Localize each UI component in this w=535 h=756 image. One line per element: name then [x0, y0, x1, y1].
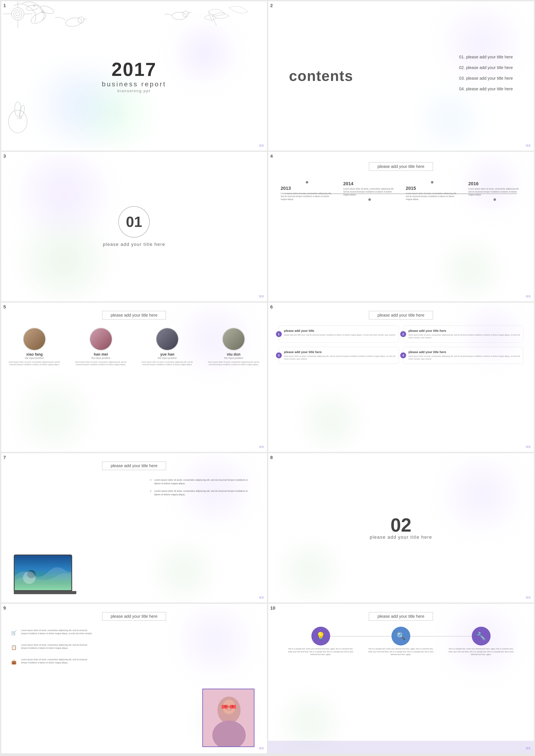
watermark: 道道 — [259, 295, 264, 298]
person-role-2: the input position — [71, 357, 130, 359]
card-grid: 1 please add your title please add your … — [279, 325, 523, 364]
person-desc-4: lorem ipsum dolor sit amet, consectetur … — [204, 361, 263, 366]
svg-point-0 — [12, 8, 24, 20]
watermark: 道道 — [259, 144, 264, 148]
person-role-4: the input position — [204, 357, 263, 359]
year-label: 2013 — [281, 185, 334, 191]
contents-item-2: 02. please add your title here — [459, 65, 513, 70]
svg-point-7 — [29, 10, 48, 26]
person-desc-2: lorem ipsum dolor sit amet, consectetur … — [71, 361, 130, 366]
card-1: 1 please add your title please add your … — [279, 325, 399, 343]
icons-row: 💡 this is a sample text, insert your des… — [281, 627, 521, 656]
photo-image — [203, 689, 254, 746]
card-number-1: 1 — [276, 331, 282, 337]
svg-point-15 — [15, 102, 21, 116]
person-desc-1: lorem ipsum dolor sit amet, consectetur … — [5, 361, 64, 366]
slide-number: 10 — [270, 605, 275, 611]
avatar-image-1 — [24, 328, 45, 350]
slide5-title: please add your title here — [102, 311, 166, 320]
timeline-dot — [368, 198, 371, 201]
svg-point-17 — [19, 116, 21, 119]
contents-item-1-text: 01. please add your title here — [459, 55, 513, 59]
laptop-base — [14, 591, 76, 594]
slide-9: please add your title here 🛒 Lorem ipsum… — [1, 604, 267, 753]
year-text: Lorem ipsum dolor sit amet, consectetur … — [343, 187, 396, 196]
person-role-1: the input position — [5, 357, 64, 359]
slide6-title: please add your title here — [369, 311, 433, 320]
contents-item-4-text: 04. please add your title here — [459, 87, 513, 91]
contents-item-4: 04. please add your title here — [459, 87, 513, 91]
slide9-title: please add your title here — [102, 612, 166, 621]
slide-number: 6 — [270, 304, 273, 310]
slide-6: please add your title here 1 please add … — [268, 303, 534, 452]
person-svg — [203, 689, 254, 747]
year-label: 2016 — [468, 181, 521, 186]
slide-1: 2017 business report bianselong.ppt 1 道道 — [1, 1, 267, 151]
laptop-screen — [14, 554, 72, 591]
icon-3: 👜 — [10, 658, 18, 666]
timeline-item-2014: 2014 Lorem ipsum dolor sit amet, consect… — [343, 181, 396, 201]
svg-point-2 — [15, 12, 20, 16]
chapter-subtitle: please add your title here — [103, 242, 165, 247]
year-text: Lorem ipsum dolor sit amet, consectetur … — [468, 187, 521, 196]
slide-number: 8 — [270, 455, 273, 460]
watercolor-blob — [268, 540, 352, 602]
item-1: 🛒 Lorem ipsum dolor sit amet, consectetu… — [10, 629, 93, 637]
card-number-3: 3 — [276, 352, 282, 358]
watermark: 道道 — [259, 445, 264, 449]
card-4: 4 please add your title here lorem ipsum… — [403, 347, 523, 364]
slide-number: 7 — [3, 455, 6, 460]
laptop — [14, 554, 76, 594]
icon-text-2: this is a sample text, insert your desir… — [367, 648, 435, 656]
svg-point-14 — [9, 110, 27, 133]
svg-point-8 — [39, 4, 55, 15]
slide4-title: please add your title here — [369, 162, 433, 171]
person-1: xiao fang the input position lorem ipsum… — [5, 328, 64, 366]
timeline: 2013 Lorem ipsum dolor sit amet, consect… — [281, 181, 521, 201]
wave-svg — [14, 555, 71, 590]
slide-7: please add your title here Lorem ipsum d… — [1, 453, 267, 602]
avatar-4 — [222, 328, 245, 350]
contents-item-1: 01. please add your title here — [459, 55, 513, 59]
chapter-subtitle: please add your title here — [370, 535, 432, 540]
card-2: 2 please add your title here lorem ipsum… — [403, 325, 523, 343]
watermark: 道道 — [526, 747, 531, 750]
icon-item-3: 🔧 this is a sample text, insert your des… — [447, 627, 515, 656]
timeline-item-2013: 2013 Lorem ipsum dolor sit amet, consect… — [281, 181, 334, 201]
watermark: 道道 — [526, 144, 531, 148]
slide-10: please add your title here 💡 this is a s… — [268, 604, 534, 753]
year-label: 2015 — [406, 185, 459, 191]
slide10-title: please add your title here — [369, 612, 433, 621]
slide-number: 2 — [270, 3, 273, 8]
watermark: 道道 — [259, 596, 264, 600]
card-3: 3 please add your title here lorem ipsum… — [279, 347, 399, 364]
items-list: 🛒 Lorem ipsum dolor sit amet, consectetu… — [10, 629, 93, 673]
person-name-2: han mei — [71, 352, 130, 357]
svg-point-1 — [14, 10, 22, 18]
card-text-2: lorem ipsum dolor sit amet, consectetur … — [406, 334, 520, 339]
timeline-dot — [431, 181, 434, 183]
svg-point-10 — [42, 11, 44, 13]
avatar-3 — [156, 328, 179, 350]
slide-number: 1 — [3, 3, 6, 8]
svg-point-13 — [78, 17, 84, 23]
laptop-screen-content — [14, 555, 71, 590]
slide-number: 3 — [3, 154, 6, 159]
slide-2: contents 01. please add your title here … — [268, 1, 534, 151]
watermark: 道道 — [526, 445, 531, 449]
svg-point-22 — [27, 570, 36, 578]
watermark: 道道 — [259, 747, 264, 750]
card-title-3: please add your title here — [282, 350, 396, 354]
svg-point-12 — [65, 17, 83, 28]
card-number-4: 4 — [400, 352, 406, 358]
timeline-item-2016: 2016 Lorem ipsum dolor sit amet, consect… — [468, 181, 521, 201]
slide3-center: 01 please add your title here — [103, 206, 165, 247]
timeline-dot — [493, 198, 496, 201]
svg-line-20 — [209, 12, 212, 22]
person-4: niu dun the input position lorem ipsum d… — [204, 328, 263, 366]
icon-circle-2: 🔍 — [391, 627, 410, 645]
chapter-circle: 01 — [119, 206, 150, 238]
slide-number: 5 — [3, 304, 6, 310]
icon-circle-1: 💡 — [311, 627, 330, 645]
bottom-bar — [268, 741, 534, 753]
